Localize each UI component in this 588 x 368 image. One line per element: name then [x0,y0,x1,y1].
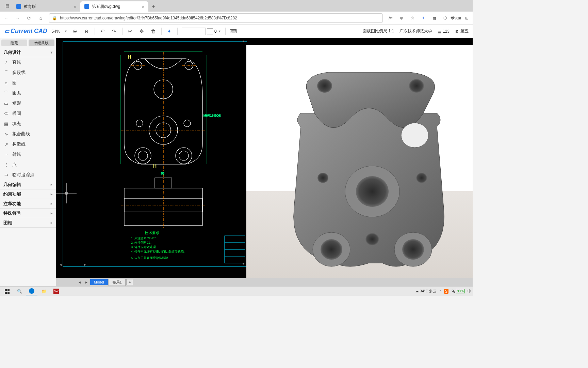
tray-chevron-icon[interactable]: ^ [439,289,441,293]
star-icon[interactable]: ☆ [409,15,415,21]
arc-icon: ⌒ [3,90,9,96]
grid-icon[interactable]: ▦ [431,15,437,21]
tool-spline[interactable]: ∿拟合曲线 [0,129,56,139]
undo-icon[interactable]: ↶ [99,28,107,35]
tab-scroll-right-icon[interactable]: ► [83,280,89,284]
panel-constraint[interactable]: 约束功能 ▸ [0,189,56,199]
chevron-right-icon: ▸ [51,192,52,196]
canvas-tab-layout1[interactable]: 布局1 [109,279,126,286]
panel-symbols[interactable]: 特殊符号 ▸ [0,209,56,218]
main-area: 隐藏 ⇄经典版 几何设计 ▾ /直线 ⌒多段线 ○圆 ⌒圆弧 ▭矩形 ⬭椭圆 ▦… [0,38,473,286]
layer-name-input[interactable] [182,28,206,35]
tool-arc[interactable]: ⌒圆弧 [0,88,56,98]
magic-icon[interactable]: ✦ [166,28,173,35]
ray-icon: → [3,152,9,157]
move-icon[interactable]: ✥ [138,28,146,35]
app-toolbar: ⊂ CurrentCAD 54% ▼ ⊕ ⊖ ↶ ↷ ✂ ✥ 🗑 ✦ 0 ▼ ⌨… [0,25,473,38]
close-icon[interactable]: × [74,4,76,9]
refresh-button[interactable]: ⟳ [26,15,33,21]
start-button[interactable] [1,287,13,295]
chevron-right-icon: ▸ [51,211,52,215]
tool-line[interactable]: /直线 [0,57,56,67]
zoom-icon[interactable]: ⊕ [398,15,405,21]
browser-tab-strip: ▤ 教育版 × 第五届dwg.dwg × + [0,0,473,12]
svg-point-11 [179,151,189,160]
extensions-icon[interactable]: ⬡ [442,15,448,21]
collections-icon[interactable]: ⊞ [464,15,470,21]
keyboard-icon[interactable]: ⌨ [230,28,237,35]
zoom-in-icon[interactable]: ⊕ [71,28,79,35]
render-panel [246,45,473,286]
classic-button[interactable]: ⇄经典版 [29,40,54,46]
search-icon[interactable]: 🔍 [14,287,25,295]
forward-button[interactable]: → [14,15,21,21]
delete-icon[interactable]: 🗑 [150,28,157,35]
svg-text:►: ► [83,263,87,266]
sogou-icon[interactable]: S [444,289,448,294]
tool-track[interactable]: ⊸临时追踪点 [0,170,56,180]
zoom-out-icon[interactable]: ⊖ [83,28,91,35]
layer-dropdown-icon[interactable]: ▼ [218,30,221,33]
back-button[interactable]: ← [3,15,10,21]
svg-point-7 [184,120,191,127]
panel-geometry-edit[interactable]: 几何编辑 ▸ [0,180,56,189]
chevron-right-icon: ▸ [51,202,52,205]
tool-rectangle[interactable]: ▭矩形 [0,98,56,108]
panel-geometry-design[interactable]: 几何设计 ▾ [0,48,56,57]
hide-button[interactable]: 隐藏 [1,40,27,46]
edge-icon[interactable] [26,287,37,295]
svg-text:4. 铸件不允许有砂眼, 缩孔, 裂纹等缺陷.: 4. 铸件不允许有砂眼, 缩孔, 裂纹等缺陷. [131,250,185,253]
favicon-icon [84,4,89,9]
tab-list-icon[interactable]: ▤ [2,0,12,12]
bird-icon[interactable]: ✦ [420,15,426,21]
circle-icon: ○ [3,80,9,86]
cut-icon[interactable]: ✂ [127,28,134,35]
favorites-icon[interactable]: �star [453,15,459,21]
tab-title: 第五届dwg.dwg [92,4,120,10]
tool-fill[interactable]: ▦填充 [0,119,56,129]
svg-point-9 [138,151,148,160]
svg-rect-82 [7,289,10,291]
address-bar[interactable]: 🔒 https://www.currentcad.com/drawing/edi… [49,13,383,23]
zoom-value: 54% [51,29,60,34]
canvas-tab-model[interactable]: Model [90,279,108,285]
new-tab-button[interactable]: + [148,1,159,12]
layer-color-swatch[interactable] [207,28,213,34]
svg-text:H: H [128,54,131,60]
canvas-tab-add[interactable]: + [126,279,133,285]
tab-scroll-left-icon[interactable]: ◄ [77,280,83,284]
browser-tab-1[interactable]: 第五届dwg.dwg × [80,1,148,12]
zoom-dropdown-icon[interactable]: ▼ [64,30,67,33]
tool-xline[interactable]: ↗构造线 [0,139,56,149]
polyline-icon: ⌒ [3,70,9,75]
tool-point[interactable]: ⋮点 [0,159,56,170]
close-icon[interactable]: × [142,4,144,9]
svg-rect-83 [5,292,7,294]
weather-widget[interactable]: ☁ 34°C 多云 [415,289,437,294]
svg-point-70 [409,79,424,93]
tool-polyline[interactable]: ⌒多段线 [0,67,56,78]
file-icon: 🗎 [455,29,459,34]
panel-frame[interactable]: 图框 ▸ [0,218,56,228]
browser-tab-0[interactable]: 教育版 × [12,1,80,12]
redo-icon[interactable]: ↷ [111,28,118,35]
battery-indicator[interactable]: 🔌 99% [451,289,465,293]
ime-icon[interactable]: 中 [468,289,471,294]
svg-point-78 [402,239,424,260]
track-icon: ⊸ [3,172,9,178]
tool-ray[interactable]: →射线 [0,149,56,159]
tool-ellipse[interactable]: ⬭椭圆 [0,108,56,119]
explorer-icon[interactable]: 📁 [38,287,50,295]
ellipse-icon: ⬭ [3,111,9,116]
org-label: 广东技术师范大学 [399,28,432,34]
tool-circle[interactable]: ○圆 [0,78,56,88]
drawing-canvas[interactable]: 56 M8▽16 EQS H H 技术要求 1. 未注圆角R2~R5. 2. 未… [56,38,473,286]
lock-icon: 🔒 [52,16,57,20]
text-size-icon[interactable]: A» [388,15,394,21]
sidebar: 隐藏 ⇄经典版 几何设计 ▾ /直线 ⌒多段线 ○圆 ⌒圆弧 ▭矩形 ⬭椭圆 ▦… [0,38,56,286]
svg-text:5. 未加工外表面应涂防锈漆: 5. 未加工外表面应涂防锈漆 [131,256,168,260]
solidworks-icon[interactable]: SW [50,287,62,295]
xline-icon: ↗ [3,141,9,147]
home-button[interactable]: ⌂ [37,15,44,21]
panel-annotation[interactable]: 注释功能 ▸ [0,199,56,209]
